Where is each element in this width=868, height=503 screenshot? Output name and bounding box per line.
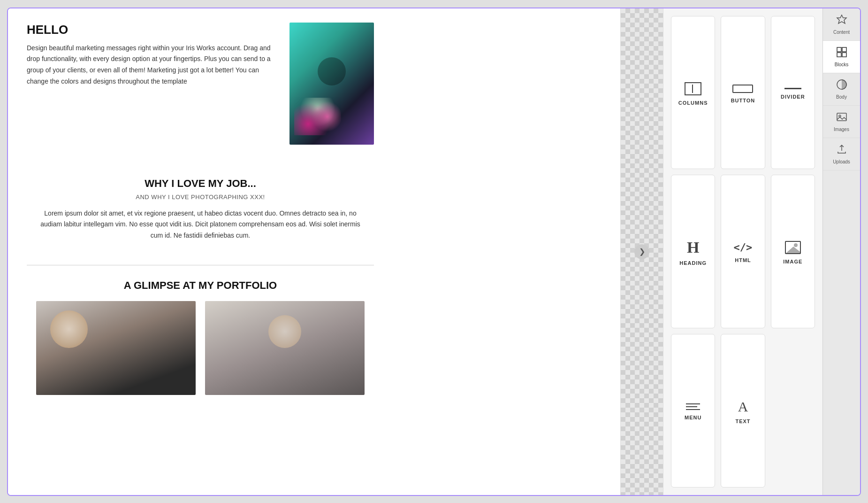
svg-rect-1 xyxy=(837,47,841,52)
uploads-icon xyxy=(836,144,847,157)
hello-image xyxy=(289,23,374,145)
app-container: HELLO Design beautiful marketing message… xyxy=(7,8,861,496)
svg-rect-4 xyxy=(842,53,846,57)
heading-label: HEADING xyxy=(679,260,707,266)
uploads-label: Uploads xyxy=(833,159,850,164)
columns-icon xyxy=(685,82,701,95)
section-divider xyxy=(27,265,374,265)
why-title: WHY I LOVE MY JOB... xyxy=(36,178,365,190)
portfolio-image-2 xyxy=(205,301,365,395)
middle-panel: ❯ xyxy=(621,8,663,495)
sidebar-item-content[interactable]: Content xyxy=(823,8,860,41)
hello-title: HELLO xyxy=(27,23,275,37)
section-hello-text: HELLO Design beautiful marketing message… xyxy=(27,23,275,87)
heading-icon: H xyxy=(687,240,699,255)
why-subtitle: AND WHY I LOVE PHOTOGRAPHING XXX! xyxy=(36,193,365,201)
text-label: TEXT xyxy=(735,418,750,424)
svg-marker-0 xyxy=(837,15,846,23)
blocks-label: Blocks xyxy=(835,62,848,67)
floral-decoration xyxy=(294,98,341,135)
sidebar-item-uploads[interactable]: Uploads xyxy=(823,138,860,170)
sidebar-item-images[interactable]: Images xyxy=(823,106,860,138)
image-icon xyxy=(785,241,801,254)
divider-icon xyxy=(784,88,801,89)
body-icon xyxy=(836,79,847,93)
html-icon: </> xyxy=(734,242,753,253)
menu-icon xyxy=(686,403,700,410)
sidebar-item-body[interactable]: Body xyxy=(823,73,860,106)
blocks-grid: COLUMNS BUTTON DIVIDER H xyxy=(663,8,822,495)
button-label: BUTTON xyxy=(731,98,755,103)
block-divider[interactable]: DIVIDER xyxy=(771,16,815,170)
blocks-icon xyxy=(836,46,847,60)
portfolio-images xyxy=(36,301,365,395)
divider-label: DIVIDER xyxy=(781,94,805,100)
portfolio-image-1 xyxy=(36,301,196,395)
images-icon xyxy=(836,111,847,125)
content-label: Content xyxy=(833,30,850,35)
right-panel: COLUMNS BUTTON DIVIDER H xyxy=(663,8,822,495)
portfolio-title: A GLIMPSE AT MY PORTFOLIO xyxy=(36,279,365,292)
block-image[interactable]: IMAGE xyxy=(771,175,815,328)
block-columns[interactable]: COLUMNS xyxy=(671,16,715,170)
menu-label: MENU xyxy=(685,415,701,420)
why-body: Lorem ipsum dolor sit amet, et vix regio… xyxy=(36,208,365,241)
sidebar-nav: Content Blocks Body xyxy=(822,8,860,495)
body-label: Body xyxy=(836,94,847,100)
block-menu[interactable]: MENU xyxy=(671,334,715,488)
text-icon: A xyxy=(738,400,748,414)
canvas-inner: HELLO Design beautiful marketing message… xyxy=(8,8,393,414)
block-html[interactable]: </> HTML xyxy=(721,175,765,328)
content-icon xyxy=(836,14,847,28)
section-hello: HELLO Design beautiful marketing message… xyxy=(27,23,374,154)
canvas-area: HELLO Design beautiful marketing message… xyxy=(8,8,621,495)
svg-rect-3 xyxy=(837,53,841,57)
block-heading[interactable]: H HEADING xyxy=(671,175,715,328)
section-why: WHY I LOVE MY JOB... AND WHY I LOVE PHOT… xyxy=(27,168,374,255)
button-icon xyxy=(732,85,753,93)
images-label: Images xyxy=(834,127,849,132)
toggle-icon: ❯ xyxy=(639,247,645,256)
block-text[interactable]: A TEXT xyxy=(721,334,765,488)
toggle-button[interactable]: ❯ xyxy=(634,244,649,259)
svg-rect-6 xyxy=(837,113,846,121)
svg-rect-2 xyxy=(842,47,846,52)
sidebar-item-blocks[interactable]: Blocks xyxy=(823,41,860,73)
hello-body: Design beautiful marketing messages righ… xyxy=(27,43,275,87)
image-label: IMAGE xyxy=(783,259,802,264)
html-label: HTML xyxy=(735,257,751,263)
block-button[interactable]: BUTTON xyxy=(721,16,765,170)
section-portfolio: A GLIMPSE AT MY PORTFOLIO xyxy=(27,275,374,400)
columns-label: COLUMNS xyxy=(678,100,708,106)
